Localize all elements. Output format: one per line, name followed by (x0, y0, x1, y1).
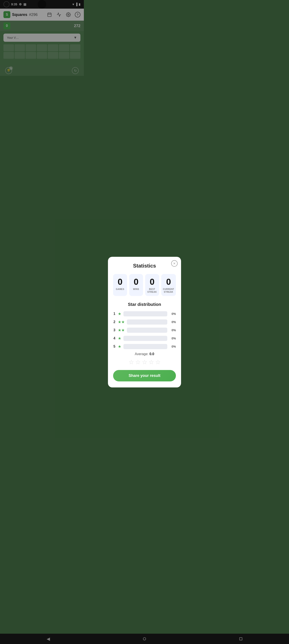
modal-overlay[interactable]: ✕ Statistics 0 GAMES 0 WINS 0 BESTSTREAK… (0, 0, 84, 182)
